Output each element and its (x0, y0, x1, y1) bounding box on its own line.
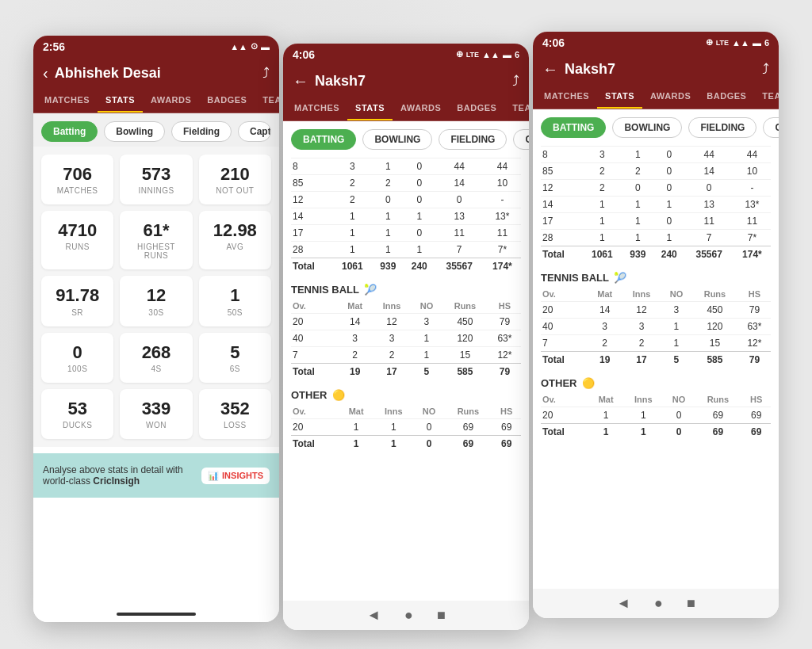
stat-won-value: 339 (124, 399, 187, 419)
other-text-3: OTHER (541, 377, 577, 389)
nav-back-2[interactable]: ◄ (366, 607, 381, 624)
insight-banner: Analyse above stats in detail with world… (33, 453, 279, 498)
tab-awards-3[interactable]: AWARDS (642, 85, 699, 109)
stats-scroll-1: 706 MATCHES 573 INNINGS 210 NOT OUT 4710… (33, 147, 279, 606)
status-bar-2: 4:06 ⊕ LTE ▲▲ ▬ 6 (283, 44, 529, 66)
status-bar-3: 4:06 ⊕ LTE ▲▲ ▬ 6 (533, 32, 779, 54)
filter-row-2: BATTING BOWLING FIELDING CAPTAIN (283, 121, 529, 155)
filter-fielding-3[interactable]: FIELDING (688, 117, 756, 138)
filter-captain-2[interactable]: CAPTAIN (513, 129, 529, 150)
tabs-row-2: MATCHES STATS AWARDS BADGES TEAM (283, 97, 529, 121)
filter-bowling-1[interactable]: Bowling (104, 121, 165, 142)
stat-won: 339 WON (120, 389, 192, 439)
filter-batting-3[interactable]: BATTING (541, 117, 606, 138)
filter-fielding-1[interactable]: Fielding (171, 121, 232, 142)
table-row: 171101111 (291, 224, 521, 241)
table-row: 72211512* (291, 346, 521, 363)
stat-highest-value: 61* (124, 220, 187, 241)
stat-6s: 5 6S (199, 333, 271, 383)
stat-loss-label: LOSS (204, 421, 266, 429)
filter-fielding-2[interactable]: FIELDING (439, 129, 507, 150)
table-total-row: Total1106969 (291, 435, 521, 452)
stat-loss-value: 352 (204, 399, 266, 419)
home-bar-1 (33, 606, 279, 622)
stat-sr: 91.78 SR (41, 276, 113, 326)
tab-badges-3[interactable]: BADGES (699, 85, 754, 109)
scroll-2: 83104444 852201410 122000- 141111313* 17 (283, 155, 529, 601)
insight-description: Analyse above stats in detail with world… (43, 464, 183, 487)
page-title-1: Abhishek Desai (55, 65, 262, 82)
share-icon-3[interactable]: ⤴ (762, 61, 769, 78)
share-icon-1[interactable]: ⤴ (262, 65, 270, 82)
back-button-1[interactable]: ‹ (43, 64, 48, 82)
table-row: 852201410 (541, 162, 771, 179)
batting-table-3: 83104444 852201410 122000- 141111313* 17 (541, 146, 771, 262)
back-button-2[interactable]: ← (293, 72, 308, 90)
tennis-label-3: TENNIS BALL 🎾 (541, 265, 771, 287)
insight-button[interactable]: 📊 INSIGHTS (201, 468, 270, 484)
tab-stats-3[interactable]: STATS (597, 85, 642, 109)
filter-bowling-3[interactable]: BOWLING (612, 117, 682, 138)
share-icon-2[interactable]: ⤴ (512, 73, 519, 90)
table-row: 141111313* (541, 196, 771, 212)
filter-batting-1[interactable]: Batting (41, 121, 98, 142)
tab-badges-1[interactable]: BADGES (199, 89, 255, 113)
tennis-text-3: TENNIS BALL (541, 272, 609, 284)
nav-home-2[interactable]: ● (404, 607, 413, 624)
table-total-row: Total106193924035567174* (541, 246, 771, 262)
tab-stats-1[interactable]: STATS (98, 89, 143, 113)
lte-icon-2: LTE (466, 51, 479, 59)
table-total-row: Total106193924035567174* (291, 258, 521, 274)
stat-highest-label: HIGHEST RUNS (124, 242, 187, 260)
stat-4s: 268 4S (120, 333, 192, 383)
status-time-2: 4:06 (293, 48, 315, 61)
tab-matches-3[interactable]: MATCHES (536, 85, 597, 109)
stat-runs: 4710 RUNS (41, 211, 113, 269)
table-row: 201106969 (541, 407, 771, 423)
tab-awards-2[interactable]: AWARDS (393, 97, 449, 120)
table-row: 141111313* (291, 208, 521, 224)
status-icons-2: ⊕ LTE ▲▲ ▬ 6 (456, 49, 519, 59)
tab-matches-1[interactable]: MATCHES (36, 89, 98, 113)
stat-notout-value: 210 (204, 164, 266, 185)
tab-stats-2[interactable]: STATS (347, 97, 393, 120)
stat-ducks-label: DUCKS (46, 421, 109, 429)
stat-4s-value: 268 (124, 342, 187, 363)
table-row: 201106969 (291, 418, 521, 435)
insight-text: Analyse above stats in detail with world… (43, 464, 195, 487)
filter-batting-2[interactable]: BATTING (291, 129, 356, 150)
filter-captain-3[interactable]: CAPTAIN (763, 117, 779, 138)
nav-dots-2: ◄ ● ■ (283, 601, 529, 630)
filter-captain-1[interactable]: Captain (238, 121, 271, 142)
nav-home-3[interactable]: ● (654, 595, 663, 612)
battery-icon: ▬ (261, 42, 270, 52)
back-button-3[interactable]: ← (542, 60, 558, 78)
filter-row-3: BATTING BOWLING FIELDING CAPTAIN (533, 109, 779, 143)
tab-teams-1[interactable]: TEAMS (255, 89, 279, 113)
filter-row-1: Batting Bowling Fielding Captain (33, 113, 279, 147)
stat-innings: 573 INNINGS (120, 155, 192, 204)
stat-loss: 352 LOSS (199, 389, 271, 439)
other-table-2: Ov.MatInnsNORunsHS 201106969 Total110696… (291, 404, 521, 452)
nav-back-3[interactable]: ◄ (616, 595, 630, 612)
stat-100s-value: 0 (46, 342, 109, 363)
table-row: 171101111 (541, 212, 771, 229)
tab-badges-2[interactable]: BADGES (449, 97, 504, 120)
nav-recent-3[interactable]: ■ (687, 595, 695, 612)
phone-1: 2:56 ▲▲ ⊙ ▬ ‹ Abhishek Desai ⤴ MATCHES S… (33, 36, 279, 622)
nav-recent-2[interactable]: ■ (437, 607, 446, 624)
filter-bowling-2[interactable]: BOWLING (362, 129, 432, 150)
stat-ducks: 53 DUCKS (41, 389, 113, 439)
tennis-ball-icon-2: 🎾 (364, 284, 377, 296)
table-row: 72211512* (541, 334, 771, 351)
stat-matches-value: 706 (46, 164, 109, 185)
tab-team-2[interactable]: TEAM (504, 97, 529, 120)
tab-team-3[interactable]: TEAM (754, 85, 779, 109)
page-title-3: Naksh7 (565, 61, 762, 78)
stat-100s: 0 100S (41, 333, 113, 383)
stat-matches: 706 MATCHES (41, 155, 113, 204)
tab-awards-1[interactable]: AWARDS (143, 89, 199, 113)
tennis-section-2: TENNIS BALL 🎾 Ov.MatInnsNORunsHS 2014123… (283, 274, 529, 380)
status-icons-3: ⊕ LTE ▲▲ ▬ 6 (706, 37, 769, 48)
tab-matches-2[interactable]: MATCHES (286, 97, 347, 120)
